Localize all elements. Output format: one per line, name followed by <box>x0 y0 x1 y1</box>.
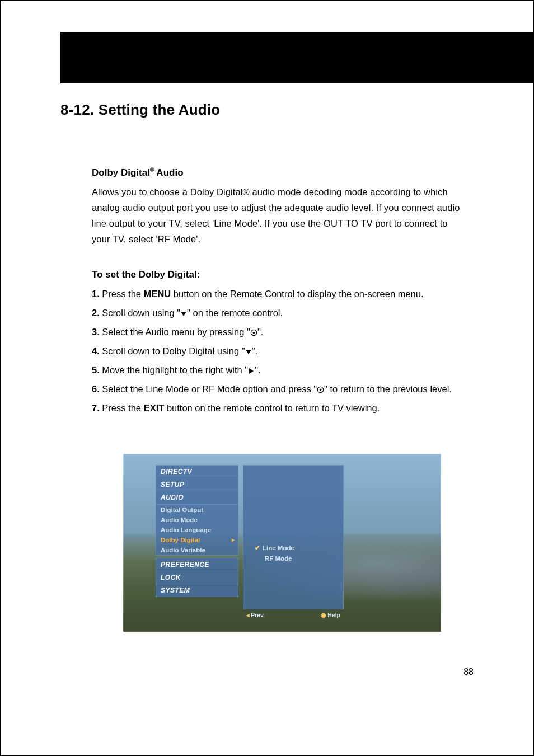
svg-marker-3 <box>246 350 251 354</box>
step-6: 6. Select the Line Mode or RF Mode optio… <box>92 381 468 397</box>
subheading-to-set: To set the Dolby Digital: <box>92 269 468 280</box>
option-label: RF Mode <box>265 555 292 562</box>
body-paragraph: Allows you to choose a Dolby Digital® au… <box>92 184 468 247</box>
step-number: 7. <box>92 403 100 413</box>
step-number: 3. <box>92 327 100 337</box>
hint-prev: ◂Prev. <box>246 612 265 621</box>
option-label: Line Mode <box>263 544 294 551</box>
content-area: 8-12. Setting the Audio Dolby Digital® A… <box>60 101 474 632</box>
body-section: Dolby Digital® Audio Allows you to choos… <box>60 167 474 632</box>
svg-point-2 <box>253 331 255 334</box>
step-text: " to return to the previous level. <box>324 384 452 394</box>
subhead-text-suf: Audio <box>154 167 183 178</box>
prev-label: Prev. <box>251 612 265 618</box>
exit-bold: EXIT <box>144 403 165 413</box>
step-text: Press the <box>100 289 144 299</box>
step-text: Move the highlight to the right with " <box>100 365 248 375</box>
step-text: button on the Remote Control to display … <box>171 289 423 299</box>
step-number: 2. <box>92 308 100 318</box>
osd-left-panel: DIRECTV SETUP AUDIO Digital Output Audio… <box>156 465 238 599</box>
osd-item-dolby-digital: Dolby Digital <box>156 535 238 545</box>
osd-options-panel: ✔Line Mode RF Mode <box>243 465 344 609</box>
document-page: 8-12. Setting the Audio Dolby Digital® A… <box>0 0 534 756</box>
select-dot-icon <box>250 329 257 336</box>
step-text: ". <box>255 365 260 375</box>
svg-marker-0 <box>181 312 186 316</box>
osd-item-digital-output: Digital Output <box>156 504 238 515</box>
osd-preference: PREFERENCE <box>156 558 238 571</box>
down-arrow-icon <box>180 311 187 317</box>
osd-group-top: DIRECTV SETUP AUDIO Digital Output Audio… <box>156 465 238 556</box>
subhead-text-pre: Dolby Digital <box>92 167 150 178</box>
step-number: 6. <box>92 384 100 394</box>
right-arrow-icon <box>248 368 255 374</box>
check-icon: ✔ <box>255 544 260 552</box>
osd-screenshot: DIRECTV SETUP AUDIO Digital Output Audio… <box>123 454 441 632</box>
steps-list: 1. Press the MENU button on the Remote C… <box>92 286 468 416</box>
prev-icon: ◂ <box>246 612 250 618</box>
osd-lock: LOCK <box>156 571 238 584</box>
osd-option-line-mode: ✔Line Mode <box>255 544 294 552</box>
osd-audio: AUDIO <box>156 491 238 504</box>
help-icon: ◉ <box>321 612 326 618</box>
down-arrow-icon <box>245 349 252 355</box>
spacer <box>92 247 468 269</box>
step-number: 5. <box>92 365 100 375</box>
svg-point-6 <box>320 388 322 391</box>
osd-group-bottom: PREFERENCE LOCK SYSTEM <box>156 558 238 597</box>
osd-item-audio-mode: Audio Mode <box>156 515 238 525</box>
menu-bold: MENU <box>144 289 171 299</box>
step-7: 7. Press the EXIT button on the remote c… <box>92 400 468 416</box>
step-text: Scroll down using " <box>100 308 180 318</box>
step-text: button on the remote control to return t… <box>164 403 380 413</box>
step-text: ". <box>252 346 257 356</box>
step-5: 5. Move the highlight to the right with … <box>92 362 468 378</box>
osd-item-audio-language: Audio Language <box>156 525 238 535</box>
page-title: 8-12. Setting the Audio <box>60 101 474 119</box>
step-4: 4. Scroll down to Dolby Digital using ""… <box>92 343 468 359</box>
osd-system: SYSTEM <box>156 584 238 597</box>
step-1: 1. Press the MENU button on the Remote C… <box>92 286 468 302</box>
osd-option-rf-mode: RF Mode <box>265 555 292 562</box>
page-number: 88 <box>463 667 474 677</box>
step-text: Select the Audio menu by pressing " <box>100 327 250 337</box>
help-label: Help <box>327 612 340 618</box>
subheading-dolby-audio: Dolby Digital® Audio <box>92 167 468 179</box>
step-number: 4. <box>92 346 100 356</box>
select-dot-icon <box>317 386 324 393</box>
step-text: " on the remote control. <box>187 308 283 318</box>
step-text: Select the Line Mode or RF Mode option a… <box>100 384 317 394</box>
header-black-band <box>60 32 533 83</box>
step-text: Press the <box>100 403 144 413</box>
step-text: Scroll down to Dolby Digital using " <box>100 346 245 356</box>
osd-brand: DIRECTV <box>156 465 238 478</box>
svg-marker-4 <box>249 368 254 374</box>
osd-hint-bar: ◂Prev. ◉Help <box>243 612 344 621</box>
step-number: 1. <box>92 289 100 299</box>
step-2: 2. Scroll down using "" on the remote co… <box>92 305 468 321</box>
hint-help: ◉Help <box>321 612 340 621</box>
osd-setup: SETUP <box>156 478 238 491</box>
osd-item-audio-variable: Audio Variable <box>156 545 238 556</box>
step-text: ". <box>257 327 263 337</box>
step-3: 3. Select the Audio menu by pressing "". <box>92 324 468 340</box>
